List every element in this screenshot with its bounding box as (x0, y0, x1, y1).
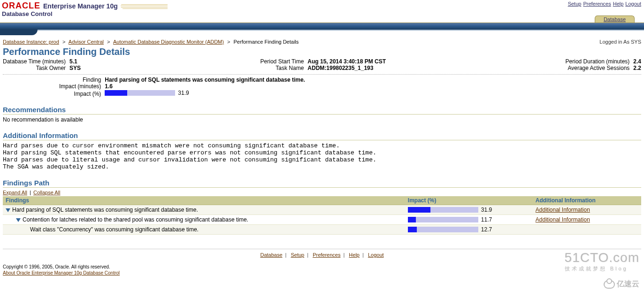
task-name-value: ADDM:199802235_1_193 (307, 65, 386, 71)
watermark-yisu: 亿速云 (604, 279, 639, 289)
finding-block: Finding Hard parsing of SQL statements w… (59, 77, 641, 97)
table-row: Wait class "Concurrency" was consuming s… (3, 225, 641, 235)
impact-bar-fill (408, 207, 430, 213)
col-findings: Findings (3, 196, 405, 205)
nav-help[interactable]: Help (613, 1, 624, 7)
header: ORACLE Enterprise Manager 10g Database C… (0, 0, 644, 17)
nav-preferences[interactable]: Preferences (583, 1, 611, 7)
impact-value: 12.7 (481, 226, 492, 233)
findings-path-heading: Findings Path (3, 179, 641, 188)
nav-setup[interactable]: Setup (568, 1, 582, 7)
footer-setup[interactable]: Setup (291, 252, 304, 258)
crumb-advisor-central[interactable]: Advisor Central (69, 39, 104, 45)
impact-bar-track (408, 227, 478, 232)
period-start-value: Aug 15, 2014 3:40:18 PM CST (307, 58, 386, 65)
footer-help[interactable]: Help (349, 252, 360, 258)
collapse-icon[interactable] (6, 208, 10, 212)
finding-row-text: Wait class "Concurrency" was consuming s… (30, 226, 199, 233)
impact-bar-fill (408, 217, 416, 222)
impact-bar-track (408, 207, 478, 213)
expand-collapse-row: Expand All | Collapse All (3, 190, 641, 195)
period-dur-value: 2.4 (633, 58, 641, 65)
nav-logout[interactable]: Logout (625, 1, 641, 7)
footer-logout[interactable]: Logout (368, 252, 384, 258)
additional-info-link[interactable]: Additional Information (536, 207, 590, 213)
crumb-db-instance[interactable]: Database Instance: prod (3, 39, 59, 45)
brand-bars-icon (121, 3, 168, 9)
task-name-label: Task Name (261, 65, 308, 71)
crumb-sep: > (61, 39, 67, 45)
impact-bar-fill (408, 227, 417, 232)
avg-sess-label: Average Active Sessions (566, 65, 634, 71)
footer-database[interactable]: Database (260, 252, 282, 258)
finding-row-text: Hard parsing of SQL statements was consu… (12, 207, 198, 213)
summary-row: Database Time (minutes) 5.1 Task Owner S… (3, 58, 641, 71)
impact-pct-label: Impact (%) (59, 90, 105, 97)
impact-min-value: 1.6 (105, 83, 305, 90)
db-time-label: Database Time (minutes) (3, 58, 69, 65)
finding-label: Finding (59, 77, 105, 83)
impact-pct-value: 31.9 (178, 90, 189, 96)
additional-info-text: Hard parses due to cursor environment mi… (3, 142, 641, 170)
impact-bar-track (408, 217, 478, 222)
db-time-value: 5.1 (69, 58, 81, 65)
logged-in-as: Logged in As SYS (599, 39, 641, 45)
collapse-icon[interactable] (16, 218, 21, 222)
crumb-sep: > (225, 39, 232, 45)
period-dur-label: Period Duration (minutes) (566, 58, 634, 65)
copyright: Copyright © 1996, 2005, Oracle. All righ… (3, 264, 641, 269)
footer-preferences[interactable]: Preferences (313, 252, 340, 258)
additional-info-link[interactable]: Additional Information (536, 216, 590, 223)
top-nav: Setup Preferences Help Logout (568, 1, 641, 7)
impact-bar-fill (105, 90, 127, 96)
recommendations-heading: Recommendations (3, 106, 641, 115)
task-owner-label: Task Owner (3, 65, 69, 71)
page-title: Performance Finding Details (3, 46, 641, 57)
additional-info-heading: Additional Information (3, 131, 641, 140)
brand-title: Enterprise Manager 10g (43, 2, 118, 10)
finding-text: Hard parsing of SQL statements was consu… (105, 77, 305, 83)
footer-divider (3, 249, 641, 249)
brand-block: ORACLE Enterprise Manager 10g Database C… (2, 1, 168, 17)
recommendations-text: No recommendation is available (3, 116, 641, 123)
finding-row-text: Contention for latches related to the sh… (23, 216, 248, 223)
task-owner-value: SYS (69, 65, 81, 71)
impact-bar-track (105, 90, 175, 96)
findings-table: Findings Impact (%) Additional Informati… (3, 196, 641, 235)
crumb-addm[interactable]: Automatic Database Diagnostic Monitor (A… (113, 39, 224, 45)
tab-database[interactable]: Database (595, 15, 635, 23)
impact-value: 31.9 (481, 207, 492, 213)
breadcrumb: Database Instance: prod > Advisor Centra… (3, 39, 641, 45)
impact-value: 11.7 (481, 216, 492, 223)
brand-subtitle: Database Control (2, 10, 168, 17)
expand-all-link[interactable]: Expand All (3, 190, 27, 195)
table-row: Contention for latches related to the sh… (3, 215, 641, 225)
col-impact: Impact (%) (405, 196, 533, 205)
impact-min-label: Impact (minutes) (59, 83, 105, 90)
oracle-logo: ORACLE (2, 1, 40, 11)
col-additional: Additional Information (533, 196, 641, 205)
collapse-all-link[interactable]: Collapse All (33, 190, 60, 195)
blue-bar (0, 23, 644, 31)
cloud-icon (604, 280, 615, 289)
avg-sess-value: 2.2 (633, 65, 641, 71)
table-row: Hard parsing of SQL statements was consu… (3, 205, 641, 215)
crumb-current: Performance Finding Details (234, 39, 299, 45)
divider (3, 74, 641, 75)
crumb-sep: > (105, 39, 112, 45)
footer-nav: Database| Setup| Preferences| Help| Logo… (3, 252, 641, 258)
period-start-label: Period Start Time (261, 58, 308, 65)
about-link[interactable]: About Oracle Enterprise Manager 10g Data… (3, 270, 120, 276)
